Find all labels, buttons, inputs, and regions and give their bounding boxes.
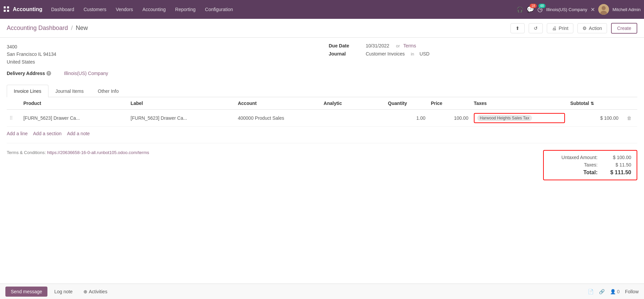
due-date-row: Due Date 10/31/2022 or Terms <box>329 43 638 48</box>
svg-rect-0 <box>4 6 6 8</box>
print-icon: 🖨 <box>552 26 557 31</box>
terms-section: Terms & Conditions: https://20636658-16-… <box>7 143 637 187</box>
row-analytic[interactable] <box>321 109 385 126</box>
follow-button[interactable]: Follow <box>625 289 639 294</box>
untaxed-label: Untaxed Amount: <box>549 155 604 160</box>
username: Mitchell Admin <box>612 7 641 12</box>
send-message-button[interactable]: Send message <box>5 287 47 297</box>
taxes-row: Taxes: $ 11.50 <box>549 162 631 167</box>
support-icon[interactable]: 🎧 <box>517 6 523 13</box>
sort-icon[interactable]: ⇅ <box>591 101 594 106</box>
svg-rect-3 <box>7 10 9 12</box>
app-brand[interactable]: Accounting <box>13 6 42 12</box>
col-actions-header <box>621 97 637 110</box>
journal-label: Journal <box>329 51 363 57</box>
grid-icon[interactable] <box>3 6 9 13</box>
address-line2: San Francisco IL 94134 <box>7 50 315 58</box>
log-note-button[interactable]: Log note <box>50 287 77 297</box>
tabs-bar: Invoice Lines Journal Items Other Info <box>7 85 637 97</box>
row-quantity[interactable]: 1.00 <box>385 109 428 126</box>
topnav-right: 🎧 💬18 ◷48 Illinois(US) Company ✕ Mitchel… <box>517 4 641 15</box>
delivery-address-label: Delivery Address ? <box>7 70 61 77</box>
gear-icon: ⚙ <box>582 26 587 31</box>
row-product[interactable]: [FURN_5623] Drawer Ca... <box>21 109 128 126</box>
col-product-header: Product <box>21 97 128 110</box>
upload-icon: ⬆ <box>516 26 520 31</box>
delivery-address-value[interactable]: Illinois(US) Company <box>64 70 108 77</box>
nav-customers[interactable]: Customers <box>80 5 111 14</box>
activities-button[interactable]: ⊕ Activities <box>79 287 111 297</box>
link-icon[interactable]: 🔗 <box>599 289 605 294</box>
breadcrumb-bar: Accounting Dashboard / New ⬆ ↺ 🖨 Print ⚙… <box>0 19 644 38</box>
untaxed-amount-row: Untaxed Amount: $ 100.00 <box>549 155 631 160</box>
breadcrumb-main[interactable]: Accounting Dashboard <box>7 25 68 31</box>
avatar[interactable] <box>598 4 609 15</box>
col-taxes-header: Taxes <box>471 97 568 110</box>
journal-row: Journal Customer Invoices in USD <box>329 51 638 57</box>
nav-reporting[interactable]: Reporting <box>171 5 200 14</box>
untaxed-value: $ 100.00 <box>604 155 631 160</box>
add-line-link[interactable]: Add a line <box>7 131 28 136</box>
row-handle[interactable]: ⠿ <box>7 109 21 126</box>
total-label: Total: <box>549 170 604 176</box>
table-row: ⠿ [FURN_5623] Drawer Ca... [FURN_5623] D… <box>7 109 637 126</box>
currency-value: USD <box>420 51 430 57</box>
clock-badge: 48 <box>538 4 545 8</box>
messages-badge: 18 <box>530 4 537 8</box>
terms-text: Terms & Conditions: https://20636658-16-… <box>7 150 149 155</box>
address-block: 3400 San Francisco IL 94134 United State… <box>7 43 315 81</box>
tab-invoice-lines[interactable]: Invoice Lines <box>7 85 48 97</box>
col-handle-header <box>7 97 21 110</box>
row-account[interactable]: 400000 Product Sales <box>235 109 321 126</box>
taxes-value: $ 11.50 <box>604 162 631 167</box>
toolbar-actions: ⬆ ↺ 🖨 Print ⚙ Action Create <box>510 23 637 34</box>
add-section-link[interactable]: Add a section <box>33 131 62 136</box>
journal-value: Customer Invoices <box>366 51 405 57</box>
table-header: Product Label Account Analytic Quantity … <box>7 97 637 110</box>
nav-accounting[interactable]: Accounting <box>139 5 170 14</box>
upload-button[interactable]: ⬆ <box>510 23 525 33</box>
taxes-label: Taxes: <box>549 162 604 167</box>
row-price[interactable]: 100.00 <box>428 109 471 126</box>
svg-rect-2 <box>4 10 6 12</box>
company-name[interactable]: Illinois(US) Company <box>546 7 587 12</box>
col-account-header: Account <box>235 97 321 110</box>
breadcrumb: Accounting Dashboard / New <box>7 25 88 32</box>
create-button[interactable]: Create <box>611 23 637 34</box>
bottom-bar: Send message Log note ⊕ Activities 📄 🔗 👤… <box>0 284 644 299</box>
or-text: or <box>396 43 400 48</box>
total-row: Total: $ 111.50 <box>549 170 631 176</box>
activities-label: Activities <box>89 289 107 294</box>
print-button[interactable]: 🖨 Print <box>547 23 573 33</box>
help-icon[interactable]: ? <box>46 71 51 76</box>
action-button[interactable]: ⚙ Action <box>577 23 607 33</box>
main-content: 3400 San Francisco IL 94134 United State… <box>0 38 644 284</box>
row-taxes[interactable]: Harwood Heights Sales Tax <box>471 109 568 126</box>
terms-url[interactable]: https://20636658-16-0-all.runbot105.odoo… <box>47 150 149 155</box>
document-icon[interactable]: 📄 <box>588 289 594 294</box>
nav-vendors[interactable]: Vendors <box>112 5 137 14</box>
terms-link[interactable]: Terms <box>403 43 416 48</box>
tab-other-info[interactable]: Other Info <box>91 85 126 97</box>
row-delete[interactable]: 🗑 <box>621 109 637 126</box>
close-icon[interactable]: ✕ <box>591 6 595 13</box>
tab-journal-items[interactable]: Journal Items <box>48 85 91 97</box>
col-analytic-header: Analytic <box>321 97 385 110</box>
followers-count: 0 <box>617 289 620 294</box>
followers-icon[interactable]: 👤 0 <box>610 289 620 294</box>
add-note-link[interactable]: Add a note <box>67 131 90 136</box>
nav-dashboard[interactable]: Dashboard <box>47 5 78 14</box>
activities-icon: ⊕ <box>83 289 87 294</box>
nav-configuration[interactable]: Configuration <box>201 5 237 14</box>
messages-icon[interactable]: 💬18 <box>527 6 534 13</box>
tax-chip[interactable]: Harwood Heights Sales Tax <box>477 115 532 121</box>
due-date-label: Due Date <box>329 43 363 48</box>
col-quantity-header: Quantity <box>385 97 428 110</box>
reset-button[interactable]: ↺ <box>529 23 543 33</box>
svg-rect-1 <box>7 6 9 8</box>
due-date-value[interactable]: 10/31/2022 <box>366 43 389 48</box>
clock-icon[interactable]: ◷48 <box>537 6 543 13</box>
row-label[interactable]: [FURN_5623] Drawer Ca... <box>128 109 235 126</box>
taxes-highlighted-box: Harwood Heights Sales Tax <box>474 113 565 123</box>
top-navigation: Accounting Dashboard Customers Vendors A… <box>0 0 644 19</box>
